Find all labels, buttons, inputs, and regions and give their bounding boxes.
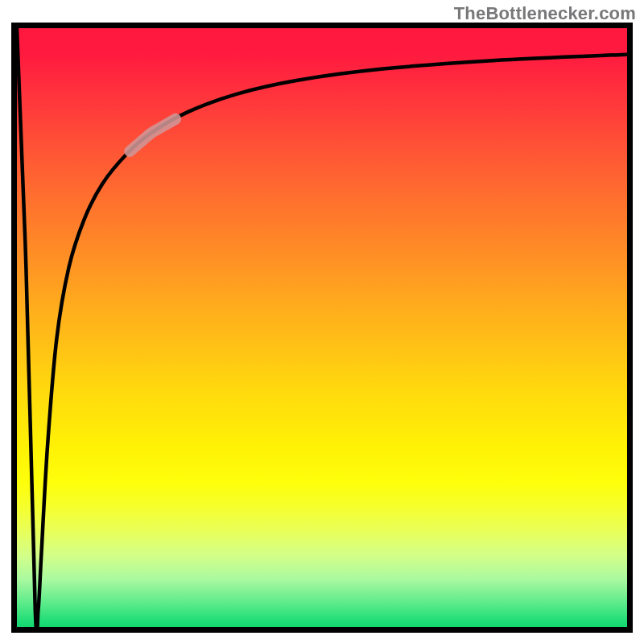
attribution-label: TheBottlenecker.com <box>454 3 636 24</box>
plot-frame <box>11 23 633 633</box>
bottleneck-curve <box>17 28 627 627</box>
chart-stage: TheBottlenecker.com <box>0 0 644 644</box>
curve-svg <box>17 28 627 627</box>
highlight-segment <box>130 119 175 151</box>
